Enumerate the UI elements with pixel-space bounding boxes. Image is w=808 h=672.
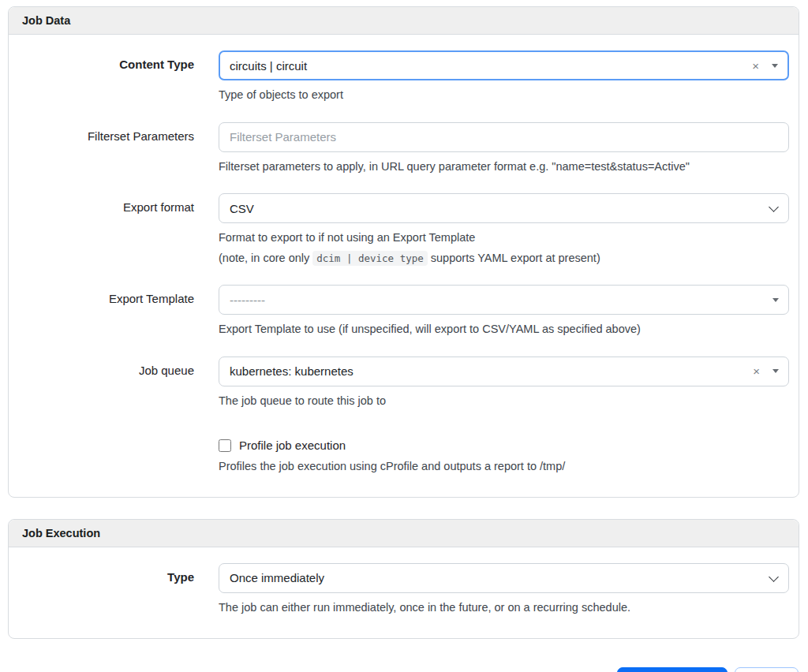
run-job-now-button[interactable]: ▶ Run Job Now <box>617 667 728 672</box>
profile-job-execution-label[interactable]: Profile job execution <box>239 439 346 452</box>
profile-help: Profiles the job execution using cProfil… <box>219 459 789 475</box>
profile-row: Profile job execution Profiles the job e… <box>9 434 789 475</box>
content-type-value: circuits | circuit <box>230 59 752 73</box>
content-type-row: Content Type circuits | circuit × Type o… <box>9 50 789 103</box>
execution-type-select[interactable]: Once immediately <box>219 563 789 593</box>
export-template-value: --------- <box>230 293 772 307</box>
filterset-label: Filterset Parameters <box>9 122 219 175</box>
filterset-row: Filterset Parameters Filterset parameter… <box>9 122 789 175</box>
export-template-row: Export Template --------- Export Templat… <box>9 285 789 338</box>
export-format-help-note-suffix: supports YAML export at present) <box>428 252 600 264</box>
content-type-help: Type of objects to export <box>219 88 789 103</box>
job-queue-label: Job queue <box>9 357 219 409</box>
job-queue-select[interactable]: kubernetes: kubernetes × <box>219 357 789 386</box>
execution-type-help: The job can either run immediately, once… <box>219 600 789 616</box>
export-format-row: Export format CSV Format to export to if… <box>9 193 789 266</box>
export-format-help-note-prefix: (note, in core only <box>219 252 312 264</box>
chevron-down-icon[interactable] <box>772 369 779 373</box>
execution-type-row: Type Once immediately The job can either… <box>9 563 789 616</box>
clear-icon[interactable]: × <box>753 365 760 377</box>
job-queue-value: kubernetes: kubernetes <box>230 364 753 378</box>
footer-actions: ▶ Run Job Now Cancel <box>8 667 799 672</box>
export-template-select[interactable]: --------- <box>219 285 789 315</box>
profile-spacer <box>9 434 219 475</box>
clear-icon[interactable]: × <box>752 60 759 72</box>
job-execution-card-body: Type Once immediately The job can either… <box>9 547 799 638</box>
execution-type-label: Type <box>9 563 219 616</box>
chevron-down-icon[interactable] <box>772 298 779 302</box>
export-format-label: Export format <box>9 193 219 266</box>
chevron-down-icon[interactable] <box>772 64 778 68</box>
job-execution-card: Job Execution Type Once immediately The … <box>8 519 799 639</box>
job-data-card: Job Data Content Type circuits | circuit… <box>8 6 799 498</box>
export-template-label: Export Template <box>9 285 219 338</box>
job-form-page: Job Data Content Type circuits | circuit… <box>0 0 808 672</box>
export-format-help-note: (note, in core only dcim | device type s… <box>219 251 789 267</box>
job-queue-help: The job queue to route this job to <box>219 394 789 409</box>
content-type-label: Content Type <box>9 50 219 103</box>
job-data-card-title: Job Data <box>9 7 799 35</box>
export-template-help: Export Template to use (if unspecified, … <box>219 322 789 338</box>
export-format-select[interactable]: CSV <box>219 193 789 223</box>
filterset-parameters-input[interactable] <box>219 122 789 152</box>
export-format-help: Format to export to if not using an Expo… <box>219 230 789 246</box>
job-execution-card-title: Job Execution <box>9 520 799 547</box>
profile-job-execution-checkbox[interactable] <box>219 439 231 452</box>
content-type-select[interactable]: circuits | circuit × <box>219 50 789 80</box>
filterset-help: Filterset parameters to apply, in URL qu… <box>219 159 789 175</box>
export-format-help-note-code: dcim | device type <box>312 251 427 266</box>
job-data-card-body: Content Type circuits | circuit × Type o… <box>9 35 799 497</box>
job-queue-row: Job queue kubernetes: kubernetes × The j… <box>9 357 789 409</box>
cancel-button[interactable]: Cancel <box>735 667 799 672</box>
